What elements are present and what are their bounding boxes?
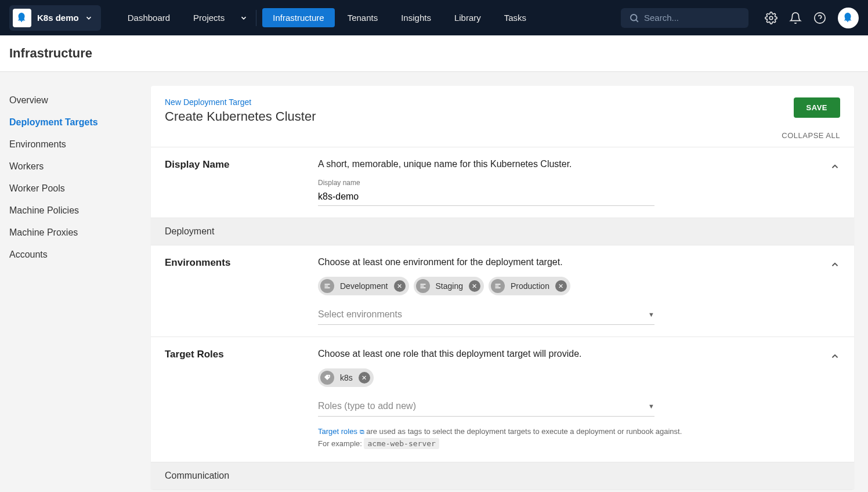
section-label: Target Roles [165, 349, 304, 450]
sidebar-item-overview[interactable]: Overview [9, 89, 142, 111]
roles-input[interactable]: Roles (type to add new) ▼ [318, 396, 654, 417]
external-link-icon: ⧉ [360, 428, 364, 435]
svg-rect-7 [325, 287, 330, 288]
example-prefix: For example: [318, 439, 364, 448]
svg-rect-8 [420, 284, 425, 285]
svg-rect-10 [420, 287, 425, 288]
chevron-down-icon [85, 14, 93, 22]
chip-label: k8s [340, 373, 353, 382]
environment-icon [491, 279, 505, 293]
field-label: Display name [318, 179, 816, 187]
bell-icon[interactable] [789, 12, 802, 24]
section-label: Environments [165, 257, 304, 325]
collapse-all-button[interactable]: COLLAPSE ALL [151, 131, 854, 147]
environment-icon [320, 279, 334, 293]
nav-dashboard[interactable]: Dashboard [117, 8, 180, 27]
svg-line-1 [636, 20, 638, 21]
space-name: K8s demo [37, 13, 79, 23]
environments-select[interactable]: Select environments ▼ [318, 305, 654, 325]
card-title: Create Kubernetes Cluster [165, 109, 316, 124]
chip-remove-button[interactable]: ✕ [394, 280, 406, 292]
sidebar: Overview Deployment Targets Environments… [0, 72, 151, 492]
svg-rect-11 [495, 284, 500, 285]
sidebar-item-accounts[interactable]: Accounts [9, 244, 142, 266]
chip-label: Development [340, 281, 388, 291]
section-desc: Choose at least one role that this deplo… [318, 349, 816, 359]
chip-remove-button[interactable]: ✕ [469, 280, 480, 292]
main-nav: Dashboard Projects Infrastructure Tenant… [117, 8, 537, 27]
save-button[interactable]: SAVE [794, 97, 840, 118]
help-suffix: are used as tags to select the deploymen… [364, 427, 682, 436]
search-icon [629, 13, 639, 23]
gear-icon[interactable] [765, 12, 777, 24]
sidebar-item-workers[interactable]: Workers [9, 155, 142, 178]
svg-rect-6 [325, 285, 328, 287]
top-icons [765, 8, 859, 28]
svg-point-2 [769, 16, 773, 20]
sidebar-item-machine-proxies[interactable]: Machine Proxies [9, 222, 142, 244]
chip-environment: Production ✕ [489, 277, 570, 295]
sidebar-item-deployment-targets[interactable]: Deployment Targets [9, 111, 142, 133]
svg-rect-13 [495, 287, 500, 288]
group-communication: Communication [151, 462, 854, 489]
search-input[interactable] [644, 13, 754, 23]
svg-point-0 [631, 15, 637, 21]
nav-tenants[interactable]: Tenants [337, 8, 389, 27]
breadcrumb-link[interactable]: New Deployment Target [165, 97, 316, 107]
user-avatar[interactable] [838, 8, 859, 28]
section-target-roles: Target Roles Choose at least one role th… [151, 337, 854, 462]
chevron-down-icon[interactable] [237, 14, 250, 22]
nav-infrastructure[interactable]: Infrastructure [262, 8, 334, 27]
nav-projects[interactable]: Projects [183, 8, 235, 27]
space-selector[interactable]: K8s demo [9, 5, 101, 31]
section-environments: Environments Choose at least one environ… [151, 245, 854, 337]
environment-chips: Development ✕ Staging ✕ Production [318, 277, 816, 295]
display-name-input[interactable] [318, 188, 654, 206]
help-icon[interactable] [813, 12, 826, 24]
search-box[interactable] [621, 8, 748, 28]
chip-remove-button[interactable]: ✕ [359, 372, 370, 384]
help-text: Target roles ⧉ are used as tags to selec… [318, 426, 816, 450]
svg-rect-12 [495, 285, 498, 287]
sidebar-item-environments[interactable]: Environments [9, 133, 142, 155]
collapse-section-button[interactable] [830, 349, 840, 450]
target-roles-help-link[interactable]: Target roles ⧉ [318, 427, 364, 436]
page-title: Infrastructure [9, 46, 859, 61]
dropdown-arrow-icon: ▼ [648, 403, 654, 410]
nav-tasks[interactable]: Tasks [494, 8, 537, 27]
svg-rect-5 [325, 284, 330, 285]
collapse-section-button[interactable] [830, 159, 840, 206]
nav-library[interactable]: Library [444, 8, 491, 27]
sidebar-item-worker-pools[interactable]: Worker Pools [9, 178, 142, 200]
section-desc: Choose at least one environment for the … [318, 257, 816, 267]
tag-icon [320, 371, 334, 385]
role-chips: k8s ✕ [318, 368, 816, 387]
example-code: acme-web-server [364, 438, 439, 449]
chip-label: Staging [436, 281, 463, 291]
section-label: Display Name [165, 159, 304, 206]
main-card: New Deployment Target Create Kubernetes … [151, 86, 854, 489]
page-header: Infrastructure [0, 35, 868, 72]
dropdown-arrow-icon: ▼ [648, 311, 654, 318]
select-placeholder: Select environments [318, 309, 402, 320]
nav-insights[interactable]: Insights [390, 8, 442, 27]
topbar: K8s demo Dashboard Projects Infrastructu… [0, 0, 868, 35]
section-desc: A short, memorable, unique name for this… [318, 159, 816, 169]
octopus-logo-icon [13, 9, 31, 27]
chip-environment: Development ✕ [318, 277, 409, 295]
collapse-section-button[interactable] [830, 257, 840, 325]
environment-icon [416, 279, 430, 293]
chip-remove-button[interactable]: ✕ [555, 280, 567, 292]
chip-role: k8s ✕ [318, 368, 374, 387]
sidebar-item-machine-policies[interactable]: Machine Policies [9, 200, 142, 222]
nav-divider [256, 10, 256, 26]
section-display-name: Display Name A short, memorable, unique … [151, 147, 854, 218]
select-placeholder: Roles (type to add new) [318, 401, 416, 411]
svg-point-3 [815, 12, 825, 23]
svg-rect-9 [420, 285, 424, 287]
chip-environment: Staging ✕ [414, 277, 484, 295]
chip-label: Production [511, 281, 549, 291]
group-deployment: Deployment [151, 218, 854, 245]
